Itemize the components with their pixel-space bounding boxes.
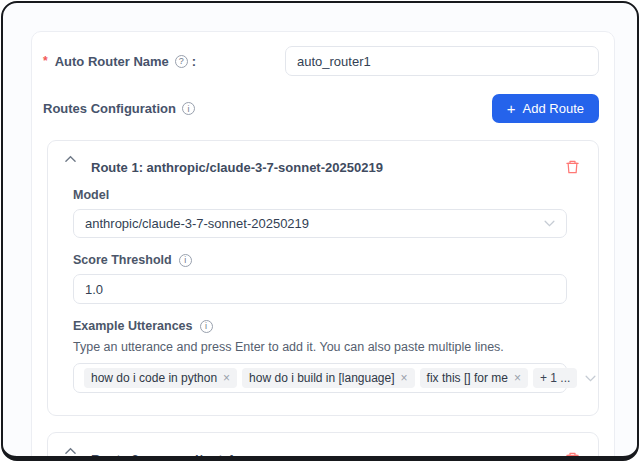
- info-circle-icon[interactable]: i: [179, 254, 192, 267]
- delete-route-1-button[interactable]: [563, 157, 582, 177]
- plus-icon: +: [507, 101, 516, 116]
- route-1-panel-header[interactable]: Route 1: anthropic/claude-3-7-sonnet-202…: [48, 141, 598, 186]
- score-threshold-input[interactable]: [73, 274, 567, 304]
- utterance-tag-text: how do i code in python: [91, 371, 217, 385]
- trash-icon: [565, 159, 580, 175]
- routes-configuration-row: Routes Configuration i + Add Route: [43, 94, 599, 123]
- score-threshold-label-text: Score Threshold: [73, 253, 172, 267]
- trash-icon: [565, 451, 580, 461]
- utterance-tag-text: how do i build in [language]: [249, 371, 394, 385]
- utterance-tag: fix this [] for me ×: [420, 368, 528, 388]
- auto-router-form-card: * Auto Router Name ? : Routes Configurat…: [31, 31, 615, 461]
- utterance-tag: how do i build in [language] ×: [242, 368, 414, 388]
- chevron-up-icon[interactable]: [65, 447, 76, 455]
- route-1-panel: Route 1: anthropic/claude-3-7-sonnet-202…: [47, 140, 599, 416]
- utterance-tag: how do i code in python ×: [84, 368, 237, 388]
- route-2-panel: Route 2: azure_ai/gpt-4o: [47, 432, 599, 461]
- example-utterances-label: Example Utterances i: [73, 319, 567, 333]
- question-circle-icon[interactable]: ?: [175, 55, 188, 68]
- routes-configuration-label: Routes Configuration i: [43, 101, 195, 116]
- auto-router-name-label-text: Auto Router Name: [55, 54, 169, 69]
- score-threshold-label: Score Threshold i: [73, 253, 567, 267]
- utterance-tag-text: fix this [] for me: [427, 371, 508, 385]
- info-circle-icon[interactable]: i: [200, 320, 213, 333]
- delete-route-2-button[interactable]: [563, 449, 582, 461]
- route-2-panel-header[interactable]: Route 2: azure_ai/gpt-4o: [48, 433, 598, 461]
- routes-configuration-label-text: Routes Configuration: [43, 101, 176, 116]
- chevron-down-icon: [544, 220, 555, 227]
- route-1-panel-body: Model anthropic/claude-3-7-sonnet-202502…: [48, 186, 598, 415]
- route-2-title: Route 2: azure_ai/gpt-4o: [91, 452, 563, 461]
- route-1-title: Route 1: anthropic/claude-3-7-sonnet-202…: [91, 160, 563, 175]
- example-utterances-label-text: Example Utterances: [73, 319, 193, 333]
- remove-tag-icon[interactable]: ×: [401, 372, 408, 384]
- auto-router-name-input[interactable]: [285, 46, 599, 76]
- model-select-value: anthropic/claude-3-7-sonnet-20250219: [85, 216, 536, 231]
- model-select[interactable]: anthropic/claude-3-7-sonnet-20250219: [73, 209, 567, 238]
- add-route-button-label: Add Route: [523, 101, 584, 116]
- model-label: Model: [73, 188, 567, 202]
- remove-tag-icon[interactable]: ×: [223, 372, 230, 384]
- more-tags-badge[interactable]: + 1 ...: [533, 368, 577, 388]
- label-colon: :: [192, 54, 196, 69]
- remove-tag-icon[interactable]: ×: [514, 372, 521, 384]
- chevron-up-icon[interactable]: [65, 155, 76, 163]
- auto-router-name-label: * Auto Router Name ? :: [43, 54, 196, 69]
- model-label-text: Model: [73, 188, 109, 202]
- info-circle-icon[interactable]: i: [182, 102, 195, 115]
- utterances-hint-text: Type an utterance and press Enter to add…: [73, 340, 567, 354]
- required-asterisk: *: [43, 54, 48, 68]
- add-route-button[interactable]: + Add Route: [492, 94, 599, 123]
- chevron-down-icon: [585, 375, 596, 382]
- app-window: * Auto Router Name ? : Routes Configurat…: [1, 1, 639, 461]
- auto-router-name-row: * Auto Router Name ? :: [43, 46, 599, 76]
- utterances-tags-select[interactable]: how do i code in python × how do i build…: [73, 363, 567, 393]
